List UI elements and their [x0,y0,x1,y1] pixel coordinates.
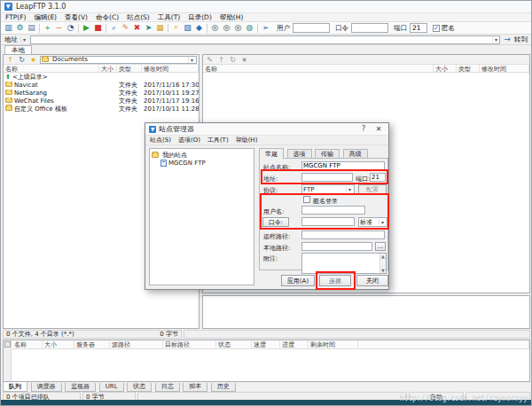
menu-ftp[interactable]: FTP(F) [5,13,26,21]
view-icon[interactable]: ▧ [182,23,193,34]
column-name[interactable]: 名称 [203,65,434,74]
upload-folder-icon[interactable]: ▦ [154,23,166,34]
schedule-icon[interactable]: ◔ [65,23,76,34]
close-button[interactable]: 关闭 [356,275,388,286]
tree-site-item[interactable]: MGCGN FTP [160,159,252,167]
user-input[interactable] [293,23,330,33]
sync-icon[interactable]: ◆ [193,23,205,34]
local-path-combo-arrow-icon[interactable]: ▾ [188,57,195,63]
scroll-down-icon[interactable]: ▼ [381,268,385,273]
column-size[interactable]: 大小 [99,65,117,74]
remove-icon[interactable]: − [53,23,65,34]
find-next-icon[interactable]: ◎ [221,23,232,34]
transfer-mode-icon[interactable]: ➢ [260,23,271,34]
tab-general[interactable]: 常规 [259,148,284,159]
find-prev-icon[interactable]: ◎ [232,23,244,34]
favorites-icon[interactable]: ★ [28,55,38,64]
column-size[interactable]: 大小 [434,65,457,74]
find-icon[interactable]: ◎ [209,23,221,34]
password-button[interactable]: 口令: [262,217,289,227]
notes-textarea[interactable]: ▲▼ [301,253,387,274]
apply-button[interactable]: 应用(A) [281,275,315,286]
menu-site[interactable]: 站点(S) [127,13,150,22]
queue-column-status[interactable]: 状态 [216,340,252,349]
tab-advanced[interactable]: 高级 [343,149,368,159]
web-icon[interactable]: ◍ [244,23,255,34]
protocol-combobox[interactable]: FTP ▾ [301,184,355,194]
tab-local[interactable]: 本地 [4,45,32,54]
dialog-menu-options[interactable]: 选项(O) [178,136,200,144]
refresh-icon[interactable]: ↻ [17,55,27,64]
tab-url[interactable]: URL [99,383,124,392]
queue-column-target-path[interactable]: 目标路径 [163,340,216,349]
connect-button[interactable]: 连接 [319,275,351,286]
site-name-input[interactable] [301,161,385,170]
queue-column-speed[interactable]: 速度 [252,340,280,349]
configure-button[interactable]: 配置 [358,184,387,194]
dialog-help-button[interactable]: ? [357,124,370,134]
password-mode-combo-arrow-icon[interactable]: ▾ [379,219,386,225]
tab-history[interactable]: 历史 [211,383,236,392]
up-directory-icon[interactable]: ↑ [5,55,15,64]
menu-help[interactable]: 帮助(H) [220,13,244,22]
edit-icon[interactable]: ✎ [205,55,215,64]
column-modified[interactable]: 修改时间 [480,65,529,74]
protocol-combo-arrow-icon[interactable]: ▾ [346,186,353,192]
password-mode-combobox[interactable]: 标准 ▾ [358,217,387,227]
port-input[interactable] [410,23,427,33]
address-label-dropdown-icon[interactable]: ▾ [20,36,27,43]
tab-queue[interactable]: 队列 [3,382,27,392]
password-input[interactable] [351,23,388,33]
notes-scrollbar[interactable]: ▲▼ [379,254,386,273]
tab-status[interactable]: 状态 [127,383,152,392]
menu-directory[interactable]: 目录(D) [188,13,212,22]
edit-icon[interactable]: ✎ [120,23,131,34]
menu-tools[interactable]: 工具(T) [158,13,180,22]
up-directory-icon[interactable]: ↑ [216,55,226,64]
address-input[interactable] [301,173,353,182]
column-modified[interactable]: 修改时间 [142,65,199,74]
refresh-icon[interactable]: ↻ [228,55,238,64]
anonymous-login-checkbox[interactable] [303,196,310,203]
queue-column-source-path[interactable]: 源路径 [110,340,163,349]
list-item[interactable]: 自定义 Office 模板 文件夹2017/10/11 11:28 [4,105,199,113]
favorites-icon[interactable]: ★ [239,55,249,64]
tab-monitor[interactable]: 监视器 [65,383,96,392]
dialog-menu-tools[interactable]: 工具(T) [207,136,229,144]
quick-connect-icon[interactable]: ⚡ [170,23,182,34]
go-icon[interactable]: → [503,35,512,45]
dialog-menu-help[interactable]: 帮助(H) [236,136,258,144]
search-icon[interactable]: ⌕ [108,23,120,34]
list-item[interactable]: ⬆<上级目录> [4,73,199,81]
tree-root-my-sites[interactable]: 我的站点 [152,151,252,159]
password-input[interactable] [301,217,355,226]
dialog-close-button[interactable]: ✕ [372,124,385,134]
column-type[interactable]: 类型 [457,65,480,74]
queue-gutter-button[interactable] [4,341,11,347]
computer-icon[interactable]: ▤ [26,23,37,34]
tab-transfer[interactable]: 传输 [315,149,340,159]
stop-transfer-icon[interactable]: ■ [92,23,104,34]
dialog-menu-site[interactable]: 站点(S) [150,136,171,144]
menu-command[interactable]: 命令(C) [96,13,119,22]
scroll-up-icon[interactable]: ▲ [381,254,385,259]
address-combo-arrow-icon[interactable]: ▾ [492,36,499,43]
goto-icon[interactable]: ➤ [143,23,154,34]
queue-column-progress[interactable]: 进度 [280,340,309,349]
add-icon[interactable]: ＋ [42,23,53,34]
browse-button[interactable]: ... [375,242,386,251]
queue-column-size[interactable]: 大小 [43,340,74,349]
tab-options[interactable]: 选项 [287,149,312,159]
column-type[interactable]: 类型 [117,65,142,74]
options-icon[interactable]: ⚙ [14,23,26,34]
delete-icon[interactable]: ✖ [131,23,143,34]
remote-path-input[interactable] [301,230,385,239]
local-path-combobox[interactable]: Documents ▾ [40,56,197,64]
site-manager-icon[interactable]: ▥ [3,23,14,34]
list-item[interactable]: NetSarang 文件夹2017/10/11 19:27 [4,89,199,97]
tab-script[interactable]: 脚本 [183,383,207,392]
start-transfer-icon[interactable]: ▶ [81,23,92,34]
tab-log[interactable]: 日志 [155,383,180,392]
menu-view[interactable]: 查看(V) [65,13,88,22]
port-input[interactable] [370,173,386,182]
